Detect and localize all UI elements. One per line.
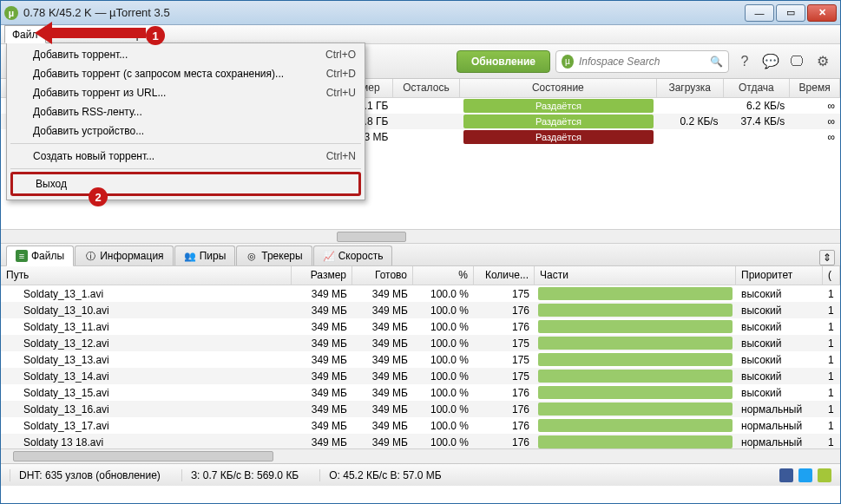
help-icon[interactable]: ? — [734, 51, 755, 72]
detail-tabs: ≡Файлы ⓘИнформация 👥Пиры ◎Трекеры 📈Скоро… — [1, 244, 840, 266]
col-download[interactable]: Загрузка — [657, 79, 724, 97]
tab-info[interactable]: ⓘИнформация — [75, 245, 173, 265]
status-dht: DHT: 635 узлов (обновление) — [10, 469, 161, 481]
remote-icon[interactable]: 🖵 — [786, 51, 807, 72]
fcol-ready[interactable]: Готово — [352, 266, 413, 285]
file-row[interactable]: Soldaty_13_1.avi349 МБ349 МБ100.0 %175вы… — [1, 285, 840, 302]
fcol-count[interactable]: Количе... — [474, 266, 535, 285]
fcol-priority[interactable]: Приоритет — [736, 266, 823, 285]
col-remain[interactable]: Осталось — [393, 79, 460, 97]
facebook-icon[interactable] — [779, 468, 793, 482]
speed-icon: 📈 — [323, 250, 335, 262]
menu-item[interactable]: Добавить торрент...Ctrl+O — [9, 45, 363, 64]
file-menu-dropdown: Добавить торрент...Ctrl+OДобавить торрен… — [6, 43, 365, 200]
settings-icon[interactable]: ⚙ — [812, 51, 833, 72]
tab-speed[interactable]: 📈Скорость — [313, 245, 393, 265]
fcol-path[interactable]: Путь — [1, 266, 292, 285]
fcol-last[interactable]: ( — [823, 266, 840, 285]
fcol-parts[interactable]: Части — [535, 266, 736, 285]
search-input[interactable] — [579, 56, 710, 68]
statusbar: DHT: 635 узлов (обновление) З: 0.7 КБ/с … — [1, 463, 840, 486]
files-list[interactable]: Soldaty_13_1.avi349 МБ349 МБ100.0 %175вы… — [1, 285, 840, 448]
files-icon: ≡ — [16, 250, 28, 262]
titlebar: µ 0.78 K/45.2 K — µTorrent 3.5 — ▭ ✕ — [1, 1, 840, 25]
search-box[interactable]: µ 🔍 — [555, 50, 729, 73]
status-download: З: 0.7 КБ/с В: 569.0 КБ — [181, 469, 299, 481]
col-time[interactable]: Время — [790, 79, 840, 97]
file-row[interactable]: Soldaty_13_13.avi349 МБ349 МБ100.0 %175в… — [1, 351, 840, 368]
status-upload: О: 45.2 КБ/с В: 57.0 МБ — [319, 469, 441, 481]
annotation-badge-2: 2 — [89, 187, 108, 206]
fcol-percent[interactable]: % — [413, 266, 474, 285]
tab-trackers[interactable]: ◎Трекеры — [236, 245, 312, 265]
twitter-icon[interactable] — [798, 468, 812, 482]
update-button[interactable]: Обновление — [457, 50, 550, 73]
menu-item[interactable]: Добавить устройство... — [9, 121, 363, 141]
file-row[interactable]: Soldaty 13 18.avi349 МБ349 МБ100.0 %176н… — [1, 434, 840, 448]
torrent-hscroll[interactable] — [1, 229, 840, 244]
file-row[interactable]: Soldaty_13_15.avi349 МБ349 МБ100.0 %176в… — [1, 384, 840, 401]
android-icon[interactable] — [818, 468, 831, 482]
file-row[interactable]: Soldaty_13_14.avi349 МБ349 МБ100.0 %175в… — [1, 368, 840, 384]
menu-item[interactable]: Добавить торрент (с запросом места сохра… — [9, 64, 363, 83]
utorrent-icon: µ — [562, 55, 574, 69]
annotation-badge-1: 1 — [146, 26, 165, 45]
fcol-size[interactable]: Размер — [292, 266, 352, 285]
file-row[interactable]: Soldaty_13_11.avi349 МБ349 МБ100.0 %176в… — [1, 318, 840, 335]
minimize-button[interactable]: — — [745, 4, 774, 22]
menu-exit[interactable]: Выход — [13, 174, 358, 193]
annotation-arrow — [50, 28, 146, 38]
col-state[interactable]: Состояние — [460, 79, 657, 97]
menu-item[interactable]: Добавить торрент из URL...Ctrl+U — [9, 83, 363, 102]
chat-icon[interactable]: 💬 — [760, 51, 781, 72]
file-row[interactable]: Soldaty_13_10.avi349 МБ349 МБ100.0 %176в… — [1, 302, 840, 318]
close-button[interactable]: ✕ — [807, 4, 837, 22]
menu-item[interactable]: Добавить RSS-ленту... — [9, 102, 363, 121]
files-header: Путь Размер Готово % Количе... Части При… — [1, 266, 840, 285]
file-row[interactable]: Soldaty_13_17.avi349 МБ349 МБ100.0 %176н… — [1, 417, 840, 434]
tab-peers[interactable]: 👥Пиры — [174, 245, 236, 265]
trackers-icon: ◎ — [246, 250, 258, 262]
app-icon: µ — [4, 6, 18, 20]
col-upload[interactable]: Отдача — [724, 79, 791, 97]
menu-exit-highlight: Выход — [10, 172, 361, 196]
peers-icon: 👥 — [184, 250, 196, 262]
info-icon: ⓘ — [84, 250, 96, 262]
file-row[interactable]: Soldaty_13_16.avi349 МБ349 МБ100.0 %176н… — [1, 401, 840, 417]
search-icon[interactable]: 🔍 — [710, 56, 723, 68]
menu-create-torrent[interactable]: Создать новый торрент...Ctrl+N — [9, 147, 363, 166]
window-title: 0.78 K/45.2 K — µTorrent 3.5 — [23, 6, 745, 19]
file-row[interactable]: Soldaty_13_12.avi349 МБ349 МБ100.0 %175в… — [1, 335, 840, 351]
tab-files[interactable]: ≡Файлы — [6, 245, 74, 266]
maximize-button[interactable]: ▭ — [776, 4, 805, 22]
expand-tabs-button[interactable]: ⇕ — [819, 250, 835, 265]
files-hscroll[interactable] — [1, 448, 840, 463]
